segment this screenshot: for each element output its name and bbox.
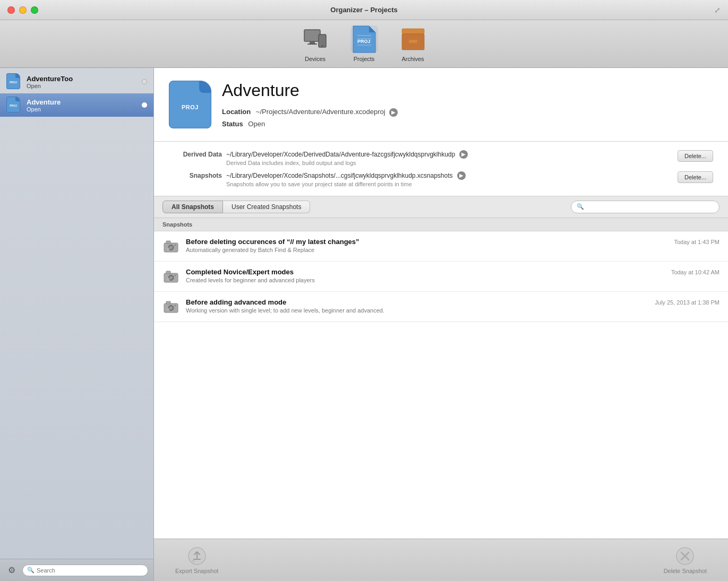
snapshots-list-header: Snapshots <box>154 218 728 231</box>
delete-snapshot-button[interactable]: Delete Snapshot <box>664 547 707 574</box>
sidebar-item-icon-active: PROJ <box>6 97 21 114</box>
close-button[interactable] <box>7 6 15 14</box>
archives-label: Archives <box>401 56 424 62</box>
sidebar-item-status-active: Open <box>27 106 136 112</box>
snapshots-data-content: ~/Library/Developer/Xcode/Snapshots/...c… <box>226 171 673 187</box>
toolbar-projects[interactable]: PROJ Projects <box>340 21 389 66</box>
svg-rect-17 <box>166 241 170 244</box>
status-value: Open <box>248 120 265 128</box>
export-icon-svg <box>187 547 207 566</box>
snapshot-info-2: Before adding advanced mode Working vers… <box>186 298 648 314</box>
derived-data-delete-button[interactable]: Delete... <box>678 150 713 162</box>
delete-snapshot-label: Delete Snapshot <box>664 568 707 574</box>
snapshots-arrow-icon[interactable]: ▶ <box>457 171 466 180</box>
svg-rect-29 <box>166 301 170 304</box>
snapshot-time-1: Today at 10:42 AM <box>671 268 720 275</box>
snapshot-camera-icon-0 <box>162 238 179 255</box>
snapshot-camera-icon-2 <box>162 298 179 315</box>
data-section: Derived Data ~/Library/Developer/Xcode/D… <box>154 142 728 196</box>
location-arrow-icon[interactable]: ▶ <box>389 108 398 117</box>
svg-point-16 <box>169 246 173 249</box>
project-header: PROJ Adventure Location ~/Projects/Adven… <box>154 68 728 142</box>
tab-all-snapshots[interactable]: All Snapshots <box>162 201 223 213</box>
svg-point-4 <box>321 45 323 47</box>
sidebar-item-adventure[interactable]: PROJ Adventure Open <box>0 93 153 117</box>
snapshot-item-2[interactable]: Before adding advanced mode Working vers… <box>154 292 728 322</box>
export-snapshot-button[interactable]: Export Snapshot <box>175 547 218 574</box>
window-controls[interactable] <box>7 6 38 14</box>
snapshot-title-2: Before adding advanced mode <box>186 298 648 306</box>
svg-point-30 <box>175 305 176 306</box>
sidebar-item-dot <box>142 79 147 84</box>
derived-data-desc: Derived Data includes index, build outpu… <box>226 160 673 166</box>
snapshots-data-desc: Snapshots allow you to save your project… <box>226 181 673 187</box>
svg-point-22 <box>169 276 173 279</box>
location-label: Location <box>222 108 251 116</box>
snapshot-time-0: Today at 1:43 PM <box>674 238 720 245</box>
snapshot-info-1: Completed Novice/Expert modes Created le… <box>186 268 665 283</box>
project-icon-large: PROJ <box>169 81 211 128</box>
svg-point-19 <box>167 247 170 250</box>
derived-data-row: Derived Data ~/Library/Developer/Xcode/D… <box>169 150 713 166</box>
sidebar-items-list: PROJ AdventureToo Open PROJ Adventure <box>0 68 153 559</box>
devices-icon-wrap <box>302 25 329 53</box>
project-file-icon-small-active: PROJ <box>6 97 20 112</box>
search-icon: 🔍 <box>27 567 35 574</box>
snapshot-camera-icon-1 <box>162 268 179 285</box>
sidebar-search-input[interactable] <box>37 567 143 574</box>
tab-user-snapshots[interactable]: User Created Snapshots <box>223 201 310 213</box>
maximize-button[interactable] <box>31 6 38 14</box>
snapshots-section: All Snapshots User Created Snapshots 🔍 S… <box>154 196 728 539</box>
archives-icon <box>401 28 425 50</box>
svg-point-25 <box>167 278 170 280</box>
toolbar-archives[interactable]: Archives <box>389 21 438 66</box>
snapshot-subtitle-1: Created levels for beginner and advanced… <box>186 277 665 283</box>
project-meta: Location ~/Projects/Adventure/Adventure.… <box>222 106 713 131</box>
projects-icon-wrap: PROJ <box>350 25 378 53</box>
svg-point-31 <box>167 308 170 310</box>
snapshot-title-0: Before deleting occurences of “// my lat… <box>186 238 667 246</box>
snapshots-delete-button[interactable]: Delete... <box>678 171 713 183</box>
snapshots-search-input[interactable] <box>587 204 714 210</box>
content-panel: PROJ Adventure Location ~/Projects/Adven… <box>154 68 728 581</box>
minimize-button[interactable] <box>19 6 27 14</box>
devices-icon <box>304 29 327 49</box>
archives-icon-wrap <box>399 25 427 53</box>
svg-point-18 <box>175 244 176 246</box>
sidebar-item-name-active: Adventure <box>27 98 136 106</box>
sidebar-item-name: AdventureToo <box>27 75 136 83</box>
sidebar-search-bar[interactable]: 🔍 <box>22 565 148 576</box>
action-bar: Export Snapshot Delete Snapshot <box>154 539 728 581</box>
delete-icon-svg <box>675 547 695 566</box>
snapshots-search-bar[interactable]: 🔍 <box>571 201 720 213</box>
fullscreen-icon[interactable]: ⤢ <box>714 6 721 14</box>
sidebar-bottom-bar: ⚙ 🔍 <box>0 559 153 581</box>
svg-point-24 <box>175 274 176 276</box>
svg-rect-2 <box>307 44 317 45</box>
snapshots-list: Before deleting occurences of “// my lat… <box>154 231 728 539</box>
snapshot-item-1[interactable]: Completed Novice/Expert modes Created le… <box>154 262 728 292</box>
toolbar: Devices PROJ Projects Archives <box>0 20 728 68</box>
toolbar-devices[interactable]: Devices <box>291 21 340 66</box>
project-details: Adventure Location ~/Projects/Adventure/… <box>222 81 713 131</box>
devices-label: Devices <box>305 56 326 62</box>
sidebar-item-adventuretoo[interactable]: PROJ AdventureToo Open <box>0 70 153 93</box>
delete-snapshot-icon <box>675 547 695 566</box>
svg-point-28 <box>169 306 173 309</box>
derived-data-label: Derived Data <box>169 150 222 158</box>
status-label: Status <box>222 120 243 128</box>
derived-data-path: ~/Library/Developer/Xcode/DerivedData/Ad… <box>226 150 673 159</box>
project-name: Adventure <box>222 81 713 100</box>
svg-rect-11 <box>402 29 424 34</box>
derived-data-arrow-icon[interactable]: ▶ <box>459 150 468 159</box>
snapshot-time-2: July 25, 2013 at 1:38 PM <box>655 298 720 306</box>
export-snapshot-label: Export Snapshot <box>175 568 218 574</box>
titlebar: Organizer – Projects ⤢ <box>0 0 728 20</box>
snapshot-item-0[interactable]: Before deleting occurences of “// my lat… <box>154 231 728 262</box>
svg-text:PROJ: PROJ <box>357 39 371 44</box>
snapshots-data-label: Snapshots <box>169 171 222 179</box>
sidebar-item-dot-active <box>142 102 147 108</box>
snapshot-subtitle-2: Working version with single level; to ad… <box>186 307 648 314</box>
gear-button[interactable]: ⚙ <box>5 564 18 577</box>
snapshot-subtitle-0: Automatically generated by Batch Find & … <box>186 247 667 253</box>
